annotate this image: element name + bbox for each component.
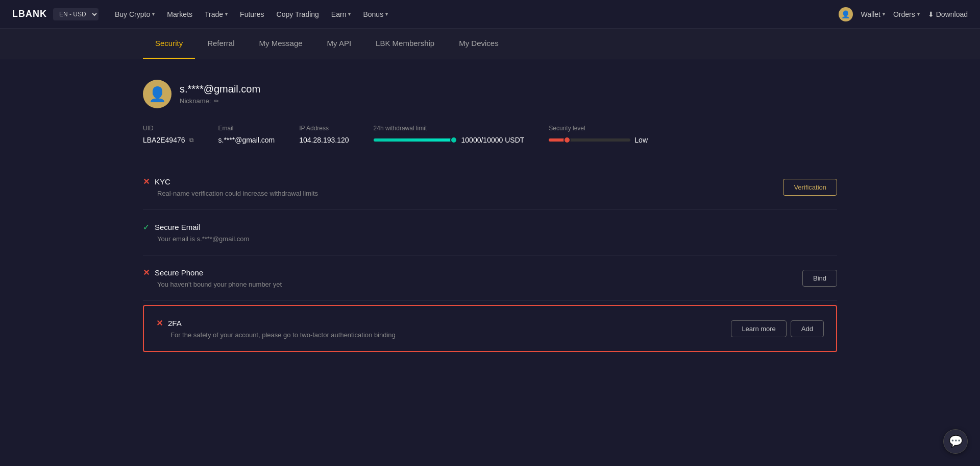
learn-more-button[interactable]: Learn more [731, 320, 786, 337]
tab-referral[interactable]: Referral [195, 29, 247, 59]
subnav: Security Referral My Message My API LBK … [0, 29, 980, 59]
twofa-title: 2FA [168, 319, 182, 328]
language-selector[interactable]: EN - USD [53, 8, 99, 20]
profile-nickname: Nickname: ✏ [180, 97, 260, 105]
add-2fa-button[interactable]: Add [791, 320, 824, 337]
avatar: 👤 [143, 80, 172, 108]
kyc-item-left: ✕ KYC Real-name verification could incre… [143, 177, 318, 197]
stats-row: UID LBA2E49476 ⧉ Email s.****@gmail.com … [143, 125, 837, 144]
nav-bonus[interactable]: Bonus ▾ [363, 10, 388, 18]
email-status-icon: ✓ [143, 222, 150, 232]
profile-email: s.****@gmail.com [180, 83, 260, 95]
chevron-down-icon: ▾ [385, 11, 388, 17]
nav-futures[interactable]: Futures [240, 10, 264, 18]
secure-email-title: Secure Email [155, 223, 200, 231]
kyc-item: ✕ KYC Real-name verification could incre… [143, 165, 837, 210]
chevron-down-icon: ▾ [917, 11, 920, 17]
chevron-down-icon: ▾ [883, 11, 885, 17]
nav-earn[interactable]: Earn ▾ [331, 10, 351, 18]
tab-security[interactable]: Security [143, 29, 195, 59]
kyc-verification-button[interactable]: Verification [783, 179, 837, 196]
tab-my-api[interactable]: My API [315, 29, 364, 59]
download-icon: ⬇ [928, 10, 934, 18]
secure-phone-item: ✕ Secure Phone You haven't bound your ph… [143, 255, 837, 301]
secure-phone-item-left: ✕ Secure Phone You haven't bound your ph… [143, 268, 282, 288]
twofa-desc: For the safety of your account, please g… [170, 331, 396, 339]
nav-links: Buy Crypto ▾ Markets Trade ▾ Futures Cop… [115, 10, 839, 18]
nav-trade[interactable]: Trade ▾ [205, 10, 228, 18]
orders-button[interactable]: Orders ▾ [893, 10, 920, 18]
ip-value: 104.28.193.120 [299, 136, 349, 144]
twofa-status-icon: ✕ [156, 318, 163, 328]
twofa-item: ✕ 2FA For the safety of your account, pl… [143, 305, 837, 352]
ip-stat: IP Address 104.28.193.120 [299, 125, 349, 144]
kyc-status-icon: ✕ [143, 177, 150, 187]
secure-email-item-left: ✓ Secure Email Your email is s.****@gmai… [143, 222, 249, 243]
withdrawal-stat: 24h withdrawal limit 10000/10000 USDT [374, 125, 525, 144]
profile-header: 👤 s.****@gmail.com Nickname: ✏ [143, 80, 837, 108]
secure-phone-title: Secure Phone [155, 268, 203, 277]
tab-my-devices[interactable]: My Devices [447, 29, 511, 59]
phone-status-icon: ✕ [143, 268, 150, 277]
chat-widget[interactable]: 💬 [943, 429, 968, 454]
edit-icon[interactable]: ✏ [214, 98, 219, 105]
logo[interactable]: LBANK [12, 9, 47, 19]
avatar: 👤 [839, 7, 853, 21]
twofa-actions: Learn more Add [731, 320, 824, 337]
security-dot [564, 136, 571, 144]
topnav: LBANK EN - USD Buy Crypto ▾ Markets Trad… [0, 0, 980, 29]
download-button[interactable]: ⬇ Download [928, 10, 968, 18]
chevron-down-icon: ▾ [225, 11, 228, 17]
kyc-desc: Real-name verification could increase wi… [157, 190, 318, 197]
twofa-item-left: ✕ 2FA For the safety of your account, pl… [156, 318, 396, 339]
nav-buy-crypto[interactable]: Buy Crypto ▾ [115, 10, 155, 18]
progress-dot [450, 136, 457, 144]
kyc-title: KYC [155, 177, 170, 186]
tab-lbk-membership[interactable]: LBK Membership [363, 29, 447, 59]
nav-copy-trading[interactable]: Copy Trading [277, 10, 319, 18]
email-stat: Email s.****@gmail.com [218, 125, 275, 144]
copy-icon[interactable]: ⧉ [189, 136, 194, 144]
chevron-down-icon: ▾ [348, 11, 351, 17]
wallet-button[interactable]: Wallet ▾ [861, 10, 885, 18]
user-avatar-icon: 👤 [149, 86, 166, 103]
security-level-stat: Security level Low [549, 125, 648, 144]
email-value: s.****@gmail.com [218, 136, 275, 144]
nav-right: 👤 Wallet ▾ Orders ▾ ⬇ Download [839, 7, 968, 21]
secure-phone-desc: You haven't bound your phone number yet [157, 281, 282, 288]
profile-info: s.****@gmail.com Nickname: ✏ [180, 83, 260, 105]
bind-phone-button[interactable]: Bind [802, 270, 837, 287]
progress-fill [374, 138, 455, 142]
uid-stat: UID LBA2E49476 ⧉ [143, 125, 194, 144]
nav-markets[interactable]: Markets [167, 10, 192, 18]
tab-my-message[interactable]: My Message [247, 29, 315, 59]
secure-email-item: ✓ Secure Email Your email is s.****@gmai… [143, 210, 837, 255]
chat-icon: 💬 [949, 435, 963, 448]
chevron-down-icon: ▾ [152, 11, 155, 17]
security-progress-bar [549, 138, 630, 142]
withdrawal-progress-bar [374, 138, 455, 142]
security-fill [549, 138, 565, 142]
secure-email-desc: Your email is s.****@gmail.com [157, 235, 249, 243]
main-content: 👤 s.****@gmail.com Nickname: ✏ UID LBA2E… [0, 59, 980, 372]
